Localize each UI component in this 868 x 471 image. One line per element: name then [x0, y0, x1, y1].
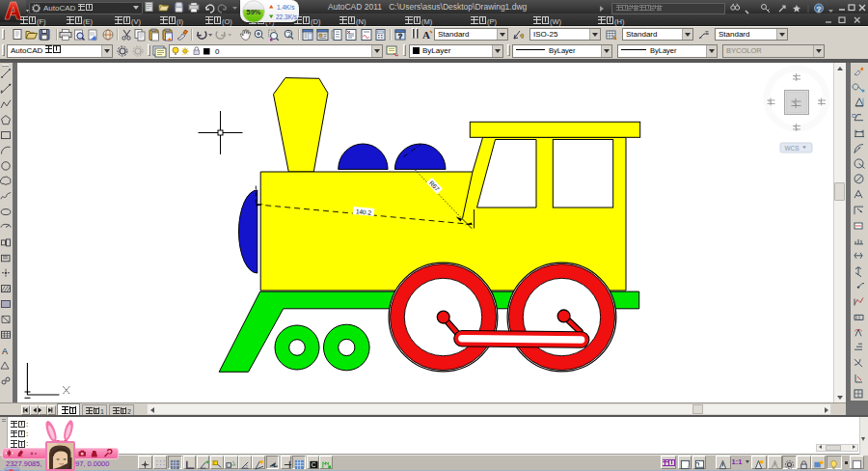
svg-text:A: A	[422, 29, 430, 41]
svg-text:0: 0	[215, 47, 220, 56]
svg-text:A: A	[2, 346, 8, 356]
svg-text:59%: 59%	[246, 8, 260, 16]
svg-text:WCS: WCS	[784, 145, 800, 152]
svg-text:?: ?	[398, 33, 402, 40]
svg-text:1.4K/s: 1.4K/s	[277, 4, 295, 11]
svg-text:22.3K/s: 22.3K/s	[276, 14, 298, 20]
svg-text:T: T	[705, 30, 709, 36]
svg-text:C: C	[311, 461, 315, 468]
svg-text:?: ?	[817, 5, 822, 14]
